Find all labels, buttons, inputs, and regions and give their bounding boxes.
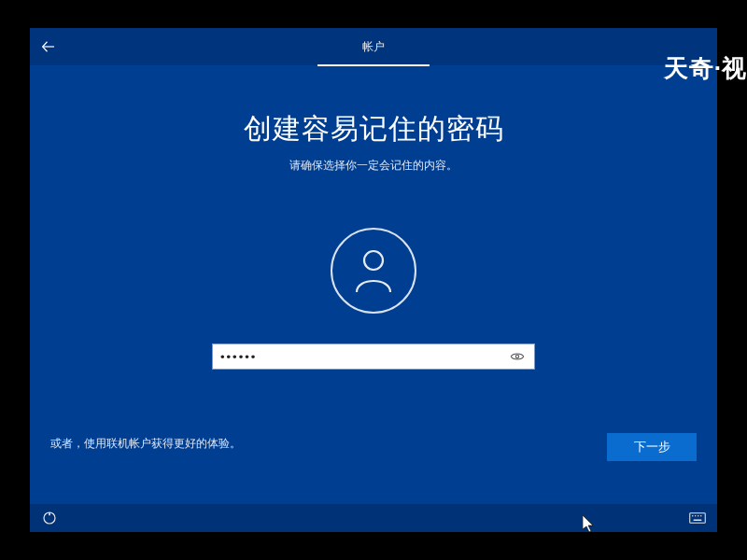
ease-of-access-icon bbox=[42, 511, 57, 525]
back-button[interactable] bbox=[30, 28, 67, 65]
user-avatar-icon bbox=[352, 247, 395, 294]
page-title: 创建容易记住的密码 bbox=[244, 110, 504, 148]
ease-of-access-button[interactable] bbox=[39, 508, 60, 528]
video-watermark: 天奇·视 bbox=[664, 52, 747, 85]
password-reveal-icon bbox=[510, 349, 525, 364]
on-screen-keyboard-icon bbox=[689, 512, 706, 524]
svg-rect-4 bbox=[690, 513, 706, 524]
password-input[interactable] bbox=[220, 350, 508, 364]
bottom-bar bbox=[30, 504, 717, 532]
oobe-screen: 帐户 创建容易记住的密码 请确保选择你一定会记住的内容。 或者，使用联机帐户获得… bbox=[30, 28, 717, 532]
svg-point-1 bbox=[364, 251, 383, 270]
user-avatar bbox=[331, 228, 416, 314]
password-reveal-button[interactable] bbox=[508, 347, 527, 366]
content-area: 创建容易记住的密码 请确保选择你一定会记住的内容。 或者，使用联机帐户获得更好的… bbox=[30, 65, 717, 504]
password-field-container bbox=[212, 343, 535, 370]
next-button[interactable]: 下一步 bbox=[607, 433, 697, 461]
tab-account[interactable]: 帐户 bbox=[317, 28, 430, 66]
online-account-link[interactable]: 或者，使用联机帐户获得更好的体验。 bbox=[50, 436, 241, 452]
page-subtitle: 请确保选择你一定会记住的内容。 bbox=[289, 158, 458, 174]
top-bar: 帐户 bbox=[30, 28, 717, 65]
back-arrow-icon bbox=[40, 38, 57, 55]
on-screen-keyboard-button[interactable] bbox=[687, 508, 708, 528]
svg-point-2 bbox=[515, 355, 518, 357]
